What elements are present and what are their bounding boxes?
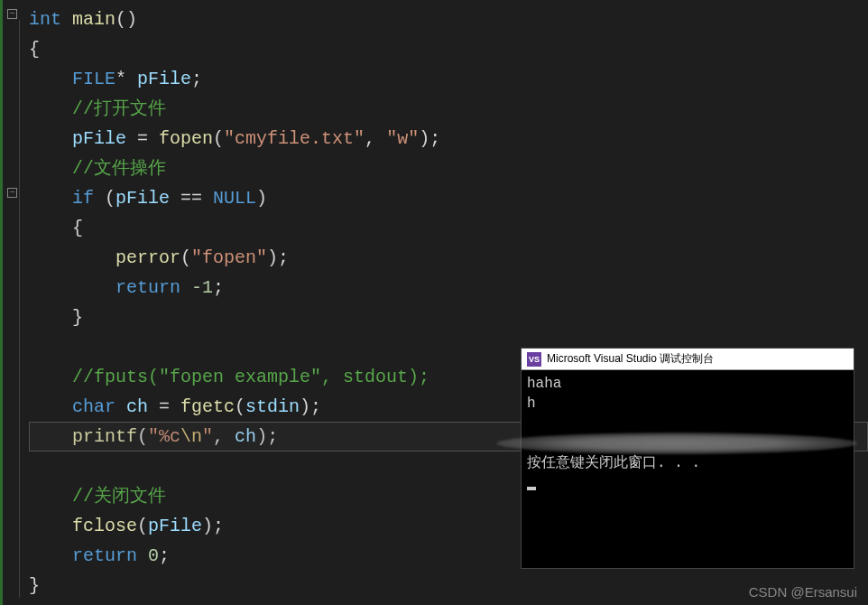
code-line[interactable]: { (29, 34, 868, 64)
debug-console-window[interactable]: VS Microsoft Visual Studio 调试控制台 haha h … (521, 348, 854, 569)
code-line[interactable]: int main() (29, 5, 868, 34)
console-line (527, 414, 848, 433)
console-line: 按任意键关闭此窗口. . . (527, 453, 848, 473)
vs-icon: VS (527, 352, 541, 367)
code-line[interactable]: //打开文件 (29, 94, 868, 124)
console-line: h (527, 394, 848, 414)
console-line: haha (527, 374, 848, 394)
code-line[interactable]: perror("fopen"); (29, 243, 868, 273)
fold-toggle-if[interactable]: − (7, 188, 17, 198)
cursor-icon (527, 487, 536, 490)
console-cursor-line (527, 473, 848, 493)
code-line[interactable]: if (pFile == NULL) (29, 183, 868, 213)
code-line[interactable]: { (29, 213, 868, 243)
console-titlebar[interactable]: VS Microsoft Visual Studio 调试控制台 (522, 349, 854, 370)
code-line[interactable]: FILE* pFile; (29, 64, 868, 94)
redaction-smudge (496, 433, 857, 454)
fold-gutter: − − (7, 0, 23, 605)
code-line[interactable]: } (29, 302, 868, 332)
fold-guide-line (19, 20, 20, 598)
code-line[interactable]: pFile = fopen("cmyfile.txt", "w"); (29, 124, 868, 154)
watermark: CSDN @Ersansui (749, 584, 857, 600)
code-line[interactable]: return -1; (29, 273, 868, 302)
console-title-text: Microsoft Visual Studio 调试控制台 (547, 351, 714, 367)
change-indicator-bar (0, 0, 3, 605)
code-line[interactable]: //文件操作 (29, 154, 868, 183)
fold-toggle-main[interactable]: − (7, 9, 17, 19)
code-line[interactable]: } (29, 571, 868, 600)
